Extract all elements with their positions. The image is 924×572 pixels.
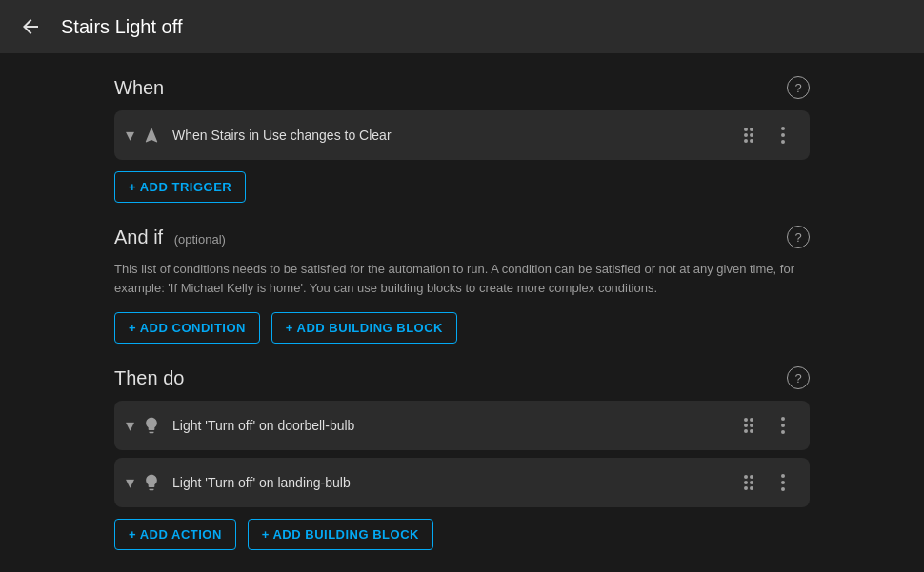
action2-type-icon [142,473,161,492]
add-trigger-button[interactable]: + ADD TRIGGER [114,171,246,203]
thendo-buttons: + ADD ACTION + ADD BUILDING BLOCK [114,515,810,550]
trigger-row: When Stairs in Use changes to Clear [114,110,810,160]
action2-chevron-icon[interactable] [126,472,134,493]
trigger-more-icon[interactable] [768,120,798,150]
action1-type-icon [142,416,161,435]
when-help-icon[interactable]: ? [787,76,810,99]
thendo-section-header: Then do ? [114,366,810,389]
andif-title: And if (optional) [114,227,226,248]
thendo-section: Then do ? Light 'Turn off' on doorbell-b… [114,366,810,550]
action2-drag-icon[interactable] [733,467,764,498]
trigger-type-icon [142,126,161,145]
action1-more-icon[interactable] [768,410,798,441]
andif-section: And if (optional) ? This list of conditi… [114,226,810,344]
action1-actions [733,410,798,441]
thendo-title: Then do [114,367,184,389]
action-row: Light 'Turn off' on doorbell-bulb [114,401,810,450]
action1-drag-icon[interactable] [733,410,764,441]
when-section: When ? When Stairs in Use changes to Cle… [114,76,810,203]
back-button[interactable] [15,11,46,42]
andif-buttons: + ADD CONDITION + ADD BUILDING BLOCK [114,308,810,344]
action1-chevron-icon[interactable] [126,415,134,436]
add-building-block-condition-button[interactable]: + ADD BUILDING BLOCK [271,312,457,344]
main-content: When ? When Stairs in Use changes to Cle… [0,53,924,572]
add-action-button[interactable]: + ADD ACTION [114,519,236,550]
andif-description: This list of conditions needs to be sati… [114,260,810,297]
andif-section-header: And if (optional) ? [114,226,810,248]
add-building-block-action-button[interactable]: + ADD BUILDING BLOCK [248,519,433,550]
action2-more-icon[interactable] [768,467,798,498]
trigger-actions [733,120,798,150]
thendo-help-icon[interactable]: ? [787,366,810,389]
trigger-drag-icon[interactable] [733,120,764,150]
trigger-chevron-icon[interactable] [126,125,134,146]
action-row: Light 'Turn off' on landing-bulb [114,458,810,507]
trigger-text: When Stairs in Use changes to Clear [172,128,726,143]
action1-text: Light 'Turn off' on doorbell-bulb [172,418,726,433]
andif-optional-label: (optional) [174,232,226,247]
add-condition-button[interactable]: + ADD CONDITION [114,312,260,344]
app-header: Stairs Light off [0,0,924,53]
when-title: When [114,77,164,99]
action2-text: Light 'Turn off' on landing-bulb [172,475,726,490]
page-title: Stairs Light off [61,16,182,38]
action2-actions [733,467,798,498]
andif-help-icon[interactable]: ? [787,226,810,248]
when-section-header: When ? [114,76,810,99]
